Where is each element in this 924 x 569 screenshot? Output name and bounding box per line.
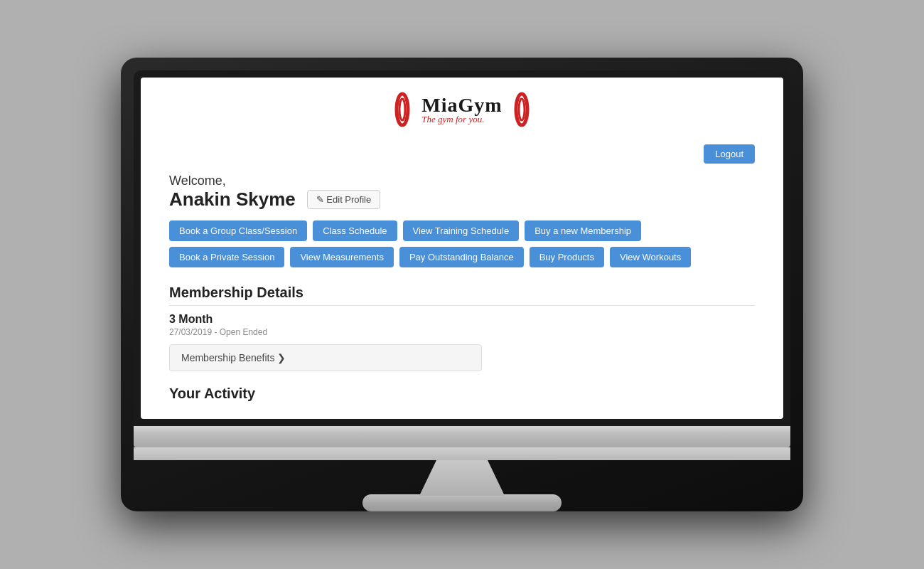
book-private-button[interactable]: Book a Private Session (169, 247, 284, 267)
activity-title: Your Activity (169, 385, 755, 402)
logo-text-block: MiaGym The gym for you. (421, 94, 502, 125)
screen: MiaGym The gym for you. Logout (141, 78, 783, 419)
action-buttons: Book a Group Class/Session Class Schedul… (169, 220, 755, 267)
edit-profile-button[interactable]: ✎ Edit Profile (307, 190, 380, 209)
screen-bezel: MiaGym The gym for you. Logout (134, 70, 790, 426)
stand-neck (419, 460, 505, 496)
dumbbell-left-icon (389, 92, 416, 127)
book-group-button[interactable]: Book a Group Class/Session (169, 220, 307, 241)
top-bar: Logout (169, 144, 755, 164)
logo-container: MiaGym The gym for you. (169, 92, 755, 127)
welcome-label: Welcome, (169, 174, 755, 188)
monitor-chin (134, 447, 790, 460)
user-name: Anakin Skyme (169, 188, 296, 211)
svg-point-1 (399, 99, 405, 120)
logo-subtitle: The gym for you. (421, 114, 484, 125)
class-schedule-button[interactable]: Class Schedule (313, 220, 397, 241)
monitor-bottom (134, 426, 790, 447)
pay-outstanding-button[interactable]: Pay Outstanding Balance (399, 247, 524, 267)
membership-details: Membership Details 3 Month 27/03/2019 - … (169, 284, 755, 371)
welcome-section: Welcome, Anakin Skyme ✎ Edit Profile Boo… (169, 174, 755, 267)
membership-type: 3 Month (169, 313, 755, 326)
buy-products-button[interactable]: Buy Products (530, 247, 604, 267)
membership-benefits-button[interactable]: Membership Benefits ❯ (169, 344, 482, 371)
monitor-outer: MiaGym The gym for you. Logout (121, 58, 803, 511)
view-workouts-button[interactable]: View Workouts (610, 247, 691, 267)
stand-base (362, 494, 562, 511)
svg-point-3 (519, 99, 525, 120)
view-measurements-button[interactable]: View Measurements (290, 247, 394, 267)
user-name-row: Anakin Skyme ✎ Edit Profile (169, 188, 755, 211)
membership-section-title: Membership Details (169, 284, 755, 306)
logout-button[interactable]: Logout (704, 144, 755, 164)
membership-dates: 27/03/2019 - Open Ended (169, 327, 755, 337)
dumbbell-right-icon (508, 92, 535, 127)
view-training-button[interactable]: View Training Schedule (403, 220, 520, 241)
app-content: MiaGym The gym for you. Logout (141, 78, 783, 419)
buy-membership-button[interactable]: Buy a new Membership (525, 220, 641, 241)
activity-section: Your Activity (169, 385, 755, 402)
app-header: MiaGym The gym for you. (169, 92, 755, 137)
